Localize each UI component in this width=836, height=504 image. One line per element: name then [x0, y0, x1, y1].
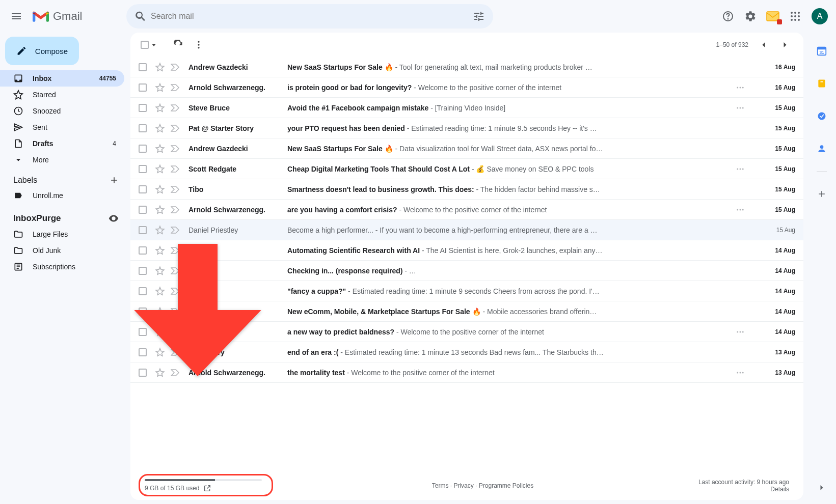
row-checkbox[interactable] [138, 225, 148, 235]
row-star[interactable] [155, 327, 165, 337]
row-importance[interactable] [170, 306, 180, 317]
row-checkbox[interactable] [138, 123, 148, 133]
row-star[interactable] [155, 144, 165, 154]
email-row[interactable]: Andrew Gazdecki New SaaS Startups For Sa… [130, 57, 803, 77]
row-star[interactable] [155, 368, 165, 378]
row-importance[interactable] [170, 144, 180, 154]
email-row[interactable]: Steve Bruce Avoid the #1 Facebook campai… [130, 98, 803, 118]
email-row[interactable]: Andrew Gazdecki New SaaS Startups For Sa… [130, 138, 803, 159]
search-button[interactable] [130, 6, 151, 26]
row-more-icon[interactable] [735, 83, 745, 92]
storage-external-link[interactable] [203, 484, 211, 492]
row-more-icon[interactable] [735, 103, 745, 113]
row-checkbox[interactable] [138, 245, 148, 256]
refresh-button[interactable] [168, 35, 188, 55]
nav-snoozed[interactable]: Snoozed [0, 103, 124, 119]
policies-link[interactable]: Programme Policies [479, 482, 533, 489]
page-next-button[interactable] [775, 35, 795, 55]
keep-addon[interactable] [812, 73, 832, 94]
row-importance[interactable] [170, 347, 180, 357]
email-row[interactable]: New eComm, Mobile, & Marketplace Startup… [130, 301, 803, 322]
email-list[interactable]: Andrew Gazdecki New SaaS Startups For Sa… [130, 57, 803, 471]
calendar-addon[interactable]: 31 [812, 41, 832, 61]
account-avatar[interactable]: A [812, 8, 828, 24]
row-star[interactable] [155, 245, 165, 256]
privacy-link[interactable]: Privacy [453, 482, 473, 489]
email-row[interactable]: Arnold Schwarzenegg. is protein good or … [130, 77, 803, 98]
get-addons-button[interactable] [812, 184, 832, 204]
row-importance[interactable] [170, 103, 180, 113]
ip-largefiles[interactable]: Large Files [0, 226, 124, 242]
row-checkbox[interactable] [138, 347, 148, 357]
email-row[interactable]: e Checking in... (response required) - …… [130, 261, 803, 281]
hide-sidepanel-button[interactable] [812, 478, 832, 498]
row-star[interactable] [155, 306, 165, 317]
ip-oldjunk[interactable]: Old Junk [0, 242, 124, 259]
row-importance[interactable] [170, 184, 180, 194]
row-checkbox[interactable] [138, 306, 148, 317]
email-row[interactable]: arzenegg. a new way to predict baldness?… [130, 322, 803, 342]
row-checkbox[interactable] [138, 266, 148, 276]
nav-sent[interactable]: Sent [0, 119, 124, 135]
google-apps-button[interactable] [785, 6, 805, 26]
row-star[interactable] [155, 164, 165, 174]
terms-link[interactable]: Terms [432, 482, 449, 489]
row-star[interactable] [155, 225, 165, 235]
row-importance[interactable] [170, 368, 180, 378]
row-more-icon[interactable] [735, 164, 745, 174]
email-row[interactable]: Daniel Priestley Become a high performer… [130, 220, 803, 240]
contacts-addon[interactable] [812, 138, 832, 159]
ip-subscriptions[interactable]: Subscriptions [0, 259, 124, 275]
email-row[interactable]: Arnold Schwarzenegg. the mortality test … [130, 362, 803, 383]
row-checkbox[interactable] [138, 286, 148, 296]
gmail-logo[interactable]: Gmail [33, 10, 82, 23]
row-checkbox[interactable] [138, 144, 148, 154]
nav-inbox[interactable]: Inbox 44755 [0, 70, 124, 87]
settings-button[interactable] [740, 6, 761, 26]
row-checkbox[interactable] [138, 62, 148, 72]
row-importance[interactable] [170, 327, 180, 337]
email-row[interactable]: AI For T. Automating Scientific Research… [130, 240, 803, 261]
email-row[interactable]: arter Story end of an era :( - Estimated… [130, 342, 803, 362]
row-importance[interactable] [170, 286, 180, 296]
row-checkbox[interactable] [138, 368, 148, 378]
main-menu-button[interactable] [4, 4, 29, 29]
email-row[interactable]: er Story "fancy a cuppa?" - Estimated re… [130, 281, 803, 301]
email-row[interactable]: Pat @ Starter Story your PTO request has… [130, 118, 803, 138]
search-options-button[interactable] [469, 6, 489, 26]
add-label-button[interactable] [109, 175, 119, 185]
search-bar[interactable] [126, 4, 493, 29]
email-row[interactable]: Arnold Schwarzenegg. are you having a co… [130, 200, 803, 220]
row-importance[interactable] [170, 82, 180, 93]
row-checkbox[interactable] [138, 205, 148, 215]
row-star[interactable] [155, 184, 165, 194]
tasks-addon[interactable] [812, 106, 832, 126]
offline-indicator[interactable] [763, 6, 783, 26]
row-star[interactable] [155, 103, 165, 113]
select-all[interactable] [139, 39, 158, 51]
support-button[interactable] [718, 6, 738, 26]
row-star[interactable] [155, 62, 165, 72]
row-importance[interactable] [170, 164, 180, 174]
row-importance[interactable] [170, 225, 180, 235]
row-importance[interactable] [170, 123, 180, 133]
nav-more[interactable]: More [0, 152, 124, 168]
row-more-icon[interactable] [735, 327, 745, 337]
nav-starred[interactable]: Starred [0, 87, 124, 103]
row-more-icon[interactable] [735, 368, 745, 377]
more-menu-button[interactable] [188, 35, 209, 55]
row-star[interactable] [155, 123, 165, 133]
row-star[interactable] [155, 347, 165, 357]
page-prev-button[interactable] [753, 35, 774, 55]
row-star[interactable] [155, 82, 165, 93]
details-link[interactable]: Details [770, 486, 789, 493]
row-checkbox[interactable] [138, 164, 148, 174]
label-unroll[interactable]: Unroll.me [0, 187, 124, 204]
row-importance[interactable] [170, 266, 180, 276]
row-importance[interactable] [170, 62, 180, 72]
nav-drafts[interactable]: Drafts 4 [0, 135, 124, 152]
email-row[interactable]: Scott Redgate Cheap Digital Marketing To… [130, 159, 803, 179]
compose-button[interactable]: Compose [5, 37, 79, 65]
row-importance[interactable] [170, 205, 180, 215]
row-star[interactable] [155, 205, 165, 215]
